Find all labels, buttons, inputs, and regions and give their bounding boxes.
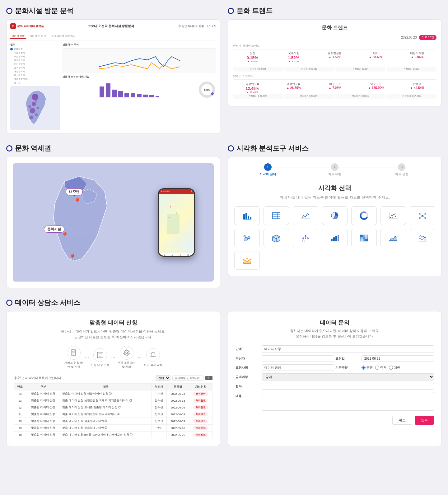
table-search[interactable] [172, 376, 203, 381]
step-label-2: 신청 내용 분석 [91, 363, 109, 367]
arrow-2: ··· [111, 355, 115, 360]
trend-section-2: 남성인구 트렌드 [233, 74, 436, 80]
viz-icon-wave[interactable] [410, 229, 435, 247]
viz-icon-crown[interactable] [234, 251, 260, 270]
viz-step-2[interactable]: 2 차트 유형 [301, 163, 368, 176]
viz-step-num-2: 2 [331, 163, 338, 171]
viz-icon-table[interactable] [264, 206, 289, 225]
column-icon [330, 234, 339, 242]
app-icon: 문 [10, 23, 16, 29]
network-icon [418, 211, 427, 220]
trend-grid-2: 남성인구율 12.45% ▲ 12.45% 여성인구율 ▲ 26.59% 야구구… [233, 82, 436, 94]
title-dot [6, 8, 12, 14]
viz-icon-bar[interactable] [234, 206, 260, 225]
form-row-provider: 공개여부 공개 비공개 [236, 373, 434, 381]
svg-point-0 [32, 94, 39, 100]
section-data: 데이터 상담소 서비스 맞춤형 데이터 신청 원하시는 데이터가 없으시다면, … [6, 298, 442, 446]
custom-data-table: 번호 구분 제목 처리자 등록일 처리현황 24 맞춤형 데이터 신청 맞춤형 [14, 383, 212, 438]
section-data-title: 데이터 상담소 서비스 [6, 298, 442, 307]
custom-data-title: 맞춤형 데이터 신청 [14, 319, 212, 326]
col-title: 제목 [60, 384, 152, 390]
viz-step-1[interactable]: 1 시각화 선택 [234, 163, 301, 176]
viz-icon-tree[interactable] [293, 229, 318, 247]
label-provider: 공개여부 [236, 375, 260, 379]
viz-icon-donut[interactable] [351, 206, 377, 225]
textarea-content[interactable] [262, 392, 434, 411]
select-provider[interactable]: 공개 비공개 [262, 373, 434, 381]
form-buttons: 취소 등록 [236, 416, 434, 425]
viz-step-3[interactable]: 3 차트 생성 [368, 163, 435, 176]
inquiry-desc: 원하시는 데이터가 없으시다면, 데이터 창의 이용해 보세요.요청하신 내용을… [236, 328, 434, 339]
visit-tab-2[interactable]: 방문객 수 비교 [28, 34, 47, 39]
svg-line-68 [303, 239, 304, 240]
visit-tab-3[interactable]: 국내 방문객 동향 비교 [50, 34, 77, 39]
form-row-content: 요청사항 기준구분 공공 민간 개인 [236, 364, 434, 371]
radio-personal[interactable]: 개인 [389, 366, 400, 370]
col-date: 등록일 [166, 384, 189, 390]
viz-icon-heatmap[interactable] [351, 229, 377, 247]
svg-rect-70 [333, 237, 335, 241]
section-culture: 문화 역세권 내주변 문화시설 📍 📍 [6, 144, 220, 288]
visit-tab-1[interactable]: 방문객 현황 [10, 34, 26, 39]
visit-bottom: 5.91% [63, 80, 216, 100]
input-stage[interactable]: 데이터 요청 [262, 345, 434, 353]
input-content-req[interactable] [262, 364, 334, 371]
trend-grid-1: 맛집 0.15% ▲ 3.62% 국내여행 1.52% ▲ 3.62% 뮤지컬성… [233, 51, 436, 63]
svg-rect-91 [243, 263, 251, 264]
input-target[interactable] [262, 383, 434, 390]
viz-icon-area[interactable] [380, 229, 406, 247]
viz-icon-network[interactable] [410, 206, 435, 225]
svg-point-39 [395, 216, 396, 217]
viz-icon-column[interactable] [322, 229, 348, 247]
svg-line-49 [420, 214, 422, 216]
row-2: 문화 역세권 내주변 문화시설 📍 📍 [6, 144, 442, 288]
svg-rect-92 [71, 350, 76, 355]
bubble-icon [243, 234, 251, 242]
chart-label-2: 방문객 Top 10 문화시설 [63, 75, 216, 78]
label-target: 형목 [236, 384, 260, 389]
svg-line-67 [302, 239, 303, 240]
table-select[interactable]: 전체 [156, 375, 170, 381]
label-period: 기준구분 [335, 366, 360, 370]
visit-header: 문 문화 빅데이터 플랫폼 코로나19 전국 문화시설 방문분석 ⓘ 방문자데이… [10, 23, 216, 31]
visit-bars [63, 80, 196, 100]
viz-icon-pie[interactable] [322, 206, 348, 225]
data-table-controls[interactable]: 전체 🔍 [156, 375, 212, 381]
filter-item-7: 대전광역시 [10, 70, 60, 73]
input-reqdate[interactable] [362, 355, 434, 362]
culture-map: 내주변 문화시설 📍 📍 📍 문화이야기 ≡ [13, 163, 214, 282]
svg-point-7 [28, 105, 31, 108]
svg-rect-58 [305, 235, 306, 236]
cancel-button[interactable]: 취소 [392, 416, 412, 425]
viz-icon-box[interactable] [264, 229, 289, 247]
svg-point-3 [30, 108, 35, 114]
svg-line-50 [422, 214, 425, 216]
trend-card-title: 문화 트렌드 [233, 25, 436, 31]
viz-icon-scatter[interactable] [380, 206, 406, 225]
form-row-stage: 단계 데이터 요청 [236, 345, 434, 353]
arrow-1: ··· [85, 355, 89, 360]
svg-rect-75 [360, 235, 363, 237]
svg-rect-12 [124, 93, 129, 97]
submit-button[interactable]: 등록 [415, 416, 434, 425]
form-row-requester: 작성자 요청일 [236, 355, 434, 362]
svg-rect-9 [106, 83, 110, 97]
radio-private[interactable]: 민간 [375, 366, 386, 370]
phone-map-content: 📍 📍 📍 🏛문화 🎭공연 🎨전시 📚도서 [159, 194, 194, 256]
input-requester[interactable] [262, 355, 334, 362]
viz-sub-text: 아래 나열되어 있는 차트종 분석에 활용할 차트를 선택하여 주세요. [234, 195, 435, 200]
table-row: 20 맞춤형 데이터 신청 맞춤 데이터 신청 맞춤형데이터연 ③ 진수신 20… [14, 418, 212, 425]
table-row: 22 맞춤형 데이터 신청 맞춤 데이터 신청 도서관 맞춤형 데이터 신청 ⑤… [14, 404, 212, 411]
filter-item-5: 인천광역시 [10, 63, 60, 66]
label-requester: 작성자 [236, 357, 260, 361]
svg-marker-84 [390, 236, 397, 240]
radio-public[interactable]: 공공 [362, 366, 373, 370]
svg-point-54 [248, 236, 250, 239]
trend-item-2: 국내여행 1.52% ▲ 3.62% [274, 51, 313, 63]
viz-icon-bubble[interactable] [234, 229, 260, 247]
step-box-3: 신청 내용 접수 및 처리 [117, 346, 136, 369]
svg-rect-63 [304, 240, 305, 242]
step-icon-1 [67, 346, 81, 360]
search-button[interactable]: 🔍 [205, 376, 212, 380]
viz-icon-line[interactable] [293, 206, 318, 225]
